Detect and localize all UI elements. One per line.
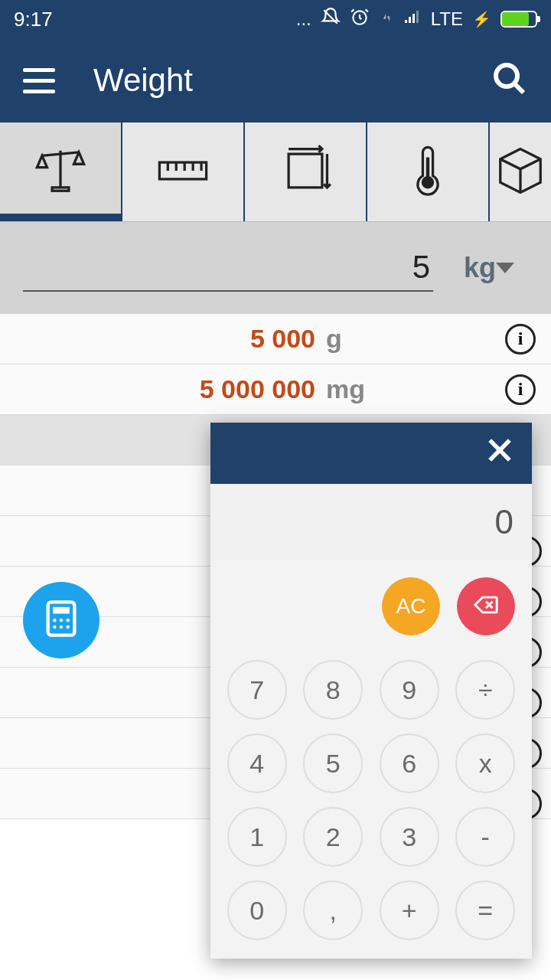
info-icon[interactable]: i: [505, 374, 536, 405]
result-row[interactable]: 5 000 000 mg i: [0, 364, 551, 415]
svg-rect-3: [412, 14, 415, 23]
backspace-button[interactable]: [457, 577, 515, 635]
calculator-top-row: AC: [210, 560, 532, 652]
backspace-icon: [473, 592, 499, 621]
result-unit: g: [326, 324, 372, 354]
svg-point-25: [67, 619, 70, 622]
svg-point-27: [60, 626, 63, 629]
svg-rect-2: [409, 17, 411, 23]
calculator-fab[interactable]: [23, 582, 99, 658]
tab-length[interactable]: [122, 122, 245, 221]
calculator-popup: 0 AC 7 8 9 ÷ 4 5 6 x 1 2 3 - 0 , + =: [210, 423, 532, 959]
svg-point-24: [60, 619, 63, 622]
svg-rect-1: [405, 20, 407, 23]
key-4[interactable]: 4: [227, 733, 287, 793]
key-6[interactable]: 6: [380, 733, 439, 793]
menu-button[interactable]: [23, 68, 55, 93]
svg-point-19: [422, 177, 432, 187]
svg-point-26: [53, 626, 56, 629]
tab-weight[interactable]: [0, 122, 122, 221]
unit-label: kg: [464, 252, 496, 284]
battery-icon: [500, 11, 537, 28]
svg-point-23: [53, 619, 56, 622]
key-1[interactable]: 1: [227, 807, 287, 867]
svg-point-28: [67, 626, 70, 629]
status-bar: 9:17 ... LTE ⚡: [0, 0, 551, 38]
charging-icon: ⚡: [472, 10, 491, 28]
status-time: 9:17: [14, 8, 53, 31]
cube-icon: [494, 144, 547, 201]
key-equals[interactable]: =: [455, 880, 515, 940]
key-5[interactable]: 5: [303, 733, 363, 793]
ruler-icon: [156, 144, 210, 201]
scale-icon: [34, 144, 87, 201]
dnd-icon: [321, 7, 341, 31]
tab-volume[interactable]: [490, 122, 551, 221]
svg-line-6: [514, 83, 523, 93]
value-input[interactable]: [23, 244, 433, 292]
key-plus[interactable]: +: [380, 880, 439, 940]
category-tabs: [0, 122, 551, 222]
thermometer-icon: [401, 144, 455, 201]
network-label: LTE: [431, 8, 463, 30]
key-7[interactable]: 7: [227, 660, 287, 720]
svg-point-5: [496, 65, 517, 87]
calculator-display: 0: [210, 484, 532, 560]
svg-rect-4: [416, 11, 419, 23]
key-minus[interactable]: -: [455, 807, 515, 867]
info-icon[interactable]: i: [505, 324, 536, 354]
key-2[interactable]: 2: [303, 807, 363, 867]
page-title: Weight: [93, 62, 453, 99]
ac-button[interactable]: AC: [382, 577, 440, 635]
key-comma[interactable]: ,: [303, 880, 363, 940]
app-bar: Weight: [0, 38, 551, 122]
data-icon: [379, 8, 394, 30]
key-divide[interactable]: ÷: [455, 660, 515, 720]
chevron-down-icon: [496, 263, 514, 273]
alarm-icon: [350, 7, 370, 31]
key-8[interactable]: 8: [303, 660, 363, 720]
result-value: 5 000 000: [200, 374, 315, 404]
key-9[interactable]: 9: [380, 660, 439, 720]
result-row[interactable]: 5 000 g i: [0, 314, 551, 364]
tab-temperature[interactable]: [367, 122, 490, 221]
search-button[interactable]: [491, 60, 528, 100]
svg-rect-16: [289, 154, 322, 188]
calculator-header: [210, 423, 532, 484]
svg-rect-10: [159, 162, 206, 179]
more-icon: ...: [296, 8, 311, 30]
close-button[interactable]: [483, 433, 517, 473]
svg-line-8: [42, 152, 79, 155]
status-icons: ... LTE ⚡: [296, 7, 537, 31]
keypad: 7 8 9 ÷ 4 5 6 x 1 2 3 - 0 , + =: [210, 652, 532, 959]
svg-rect-9: [52, 187, 69, 190]
area-icon: [279, 144, 332, 201]
svg-rect-22: [53, 607, 70, 614]
result-unit: mg: [326, 374, 372, 404]
input-row: kg: [0, 222, 551, 314]
unit-dropdown[interactable]: kg: [464, 252, 530, 284]
tab-area[interactable]: [245, 122, 367, 221]
signal-icon: [403, 8, 422, 31]
key-3[interactable]: 3: [380, 807, 439, 867]
key-0[interactable]: 0: [227, 880, 287, 940]
calculator-icon: [41, 599, 81, 642]
key-multiply[interactable]: x: [455, 733, 515, 793]
result-value: 5 000: [250, 324, 315, 354]
